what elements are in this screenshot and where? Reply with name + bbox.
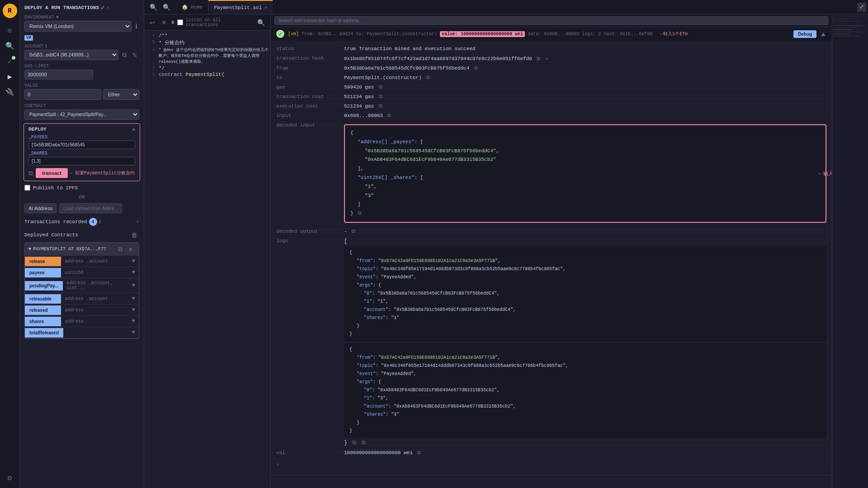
shares-param-input[interactable] [28, 157, 135, 165]
tab-close-icon[interactable]: ✕ [264, 5, 267, 10]
method-totalreleased: totalReleased ▼ [25, 327, 139, 338]
tx-search-input[interactable] [274, 16, 828, 25]
method-payees: payees uint256 ▼ [25, 267, 139, 278]
deploy-chevron-icon[interactable]: ▲ [132, 127, 135, 132]
payees-button[interactable]: payees [25, 268, 61, 277]
copy-hash-icon[interactable]: ⧉ [537, 56, 540, 61]
payees-param-input[interactable] [28, 141, 135, 149]
expand-icon[interactable]: › [106, 5, 109, 11]
shares-chevron-icon[interactable]: ▼ [128, 316, 139, 327]
nav-deploy-run[interactable]: ▶ [4, 70, 16, 83]
value-unit-select[interactable]: Ether Wei Gwei [103, 89, 139, 100]
environment-select[interactable]: Remix VM (London) [24, 21, 132, 32]
nav-file-explorer[interactable]: ⊙ [4, 24, 16, 37]
copy-decoded-input-icon[interactable]: ⧉ [358, 211, 362, 216]
copy-account-icon[interactable]: ⧉ [120, 50, 128, 60]
decoded-input-annotation: ← 输入两个受益人地址，份额为 1 和 3 [818, 170, 832, 177]
releasable-button[interactable]: releasable [25, 294, 61, 304]
tab-search-controls: 🔍 🔍 [144, 3, 176, 12]
copy-params-icon[interactable]: ⧉ [28, 169, 33, 177]
copy-logs-icon2[interactable]: ⧉ [362, 440, 366, 446]
release-chevron-icon[interactable]: ▼ [128, 256, 139, 267]
close-contract-icon[interactable]: ✕ [126, 245, 135, 254]
copy-to-icon[interactable]: ⧉ [426, 75, 430, 80]
tx-summary: [vm] from: 0x5B3...edd24 to: PaymentSpli… [288, 31, 790, 37]
tab-paymentsplit[interactable]: PaymentSplit.sol ✕ [208, 0, 273, 14]
tx-value-box: value: 1000000000000000000 wei [440, 31, 525, 37]
detail-tx-hash: transaction hash 0x1be86f851074fc9f7cf42… [276, 54, 826, 64]
listen-checkbox[interactable] [177, 19, 183, 25]
tab-paymentsplit-label: PaymentSplit.sol [214, 5, 262, 10]
pendingpay-chevron-icon[interactable]: ▼ [128, 280, 139, 291]
tx-recorded-info-icon[interactable]: ℹ [99, 219, 101, 225]
tx-clear-icon[interactable]: ✕ [160, 18, 169, 27]
copy-val-icon[interactable]: ⧉ [417, 450, 421, 455]
logs-container: [ { "from": "0xD7AC42a9FD159E698b102A1ca… [344, 238, 826, 446]
main-area: 🔍 🔍 🏠 Home PaymentSplit.sol ✕ ⤢ ↩ ✕ 0 li… [144, 0, 868, 488]
pendingpay-button[interactable]: pendingPay... [25, 281, 63, 291]
method-shares: shares address ▼ [25, 316, 139, 327]
search-left-icon[interactable]: 🔍 [148, 3, 159, 12]
copy-contract-icon[interactable]: ⧉ [116, 244, 124, 254]
debug-button[interactable]: Debug [793, 30, 816, 38]
environment-section: ENVIRONMENT ▼ Remix VM (London) ℹ [20, 13, 144, 33]
at-address-button[interactable]: At Address [24, 203, 57, 213]
nav-search[interactable]: 🔍 [4, 40, 16, 52]
account-info-icon[interactable]: ℹ [45, 43, 47, 49]
contract-section: CONTRACT PaymentSplit - 42_PaymentSplit/… [20, 102, 144, 122]
tx-undo-icon[interactable]: ↩ [148, 18, 157, 27]
payees-param-label: _PAYEES [28, 135, 135, 140]
value-amount-input[interactable] [24, 89, 101, 100]
released-chevron-icon[interactable]: ▼ [128, 305, 139, 315]
delete-deployed-icon[interactable]: 🗑 [129, 230, 139, 239]
copy-input-icon[interactable]: ⧉ [387, 113, 391, 118]
tx-search-icon[interactable]: 🔍 [255, 18, 267, 27]
releasable-chevron-icon[interactable]: ▼ [128, 293, 139, 304]
contract-select[interactable]: PaymentSplit - 42_PaymentSplit/Pay... [24, 109, 139, 120]
payees-chevron-icon[interactable]: ▼ [128, 267, 139, 278]
shares-type: address [61, 317, 128, 326]
detail-status: status true Transaction mined and execut… [276, 44, 826, 54]
nav-plugins[interactable]: 🔌 [4, 86, 16, 99]
load-contract-button[interactable]: Load contract from Addre... [59, 203, 122, 213]
env-info-icon[interactable]: ℹ [133, 22, 139, 31]
tx-bar: ↩ ✕ 0 listen on all transactions 🔍 [144, 14, 270, 31]
totalreleased-button[interactable]: totalReleased [25, 328, 63, 338]
nav-settings[interactable]: ⚙ [4, 472, 16, 484]
release-type: address _account [61, 257, 128, 266]
nav-compiler[interactable]: ✓ [4, 55, 16, 68]
copy-txcost-icon[interactable]: ⧉ [379, 94, 382, 99]
right-preview-panel [832, 14, 868, 488]
release-button[interactable]: release [25, 257, 61, 266]
copy-from-icon[interactable]: ⧉ [474, 66, 478, 71]
home-icon: 🏠 [182, 4, 188, 10]
check-icon: ✓ [101, 4, 104, 11]
totalreleased-chevron-icon[interactable]: ▼ [128, 327, 139, 338]
expand-tx-icon[interactable]: › [276, 458, 826, 471]
account-select[interactable]: 0x5B3...eddC4 (98.249999...) [24, 50, 118, 60]
tab-home[interactable]: 🏠 Home [176, 0, 208, 14]
listen-label: listen on all transactions [186, 18, 253, 28]
value-label: VALUE [24, 83, 139, 88]
copy-decoded-output-icon[interactable]: ⧉ [352, 229, 355, 234]
released-type: address [61, 305, 128, 315]
copy-execcost-icon[interactable]: ⧉ [379, 103, 382, 109]
gas-limit-input[interactable] [24, 70, 93, 80]
code-line-7: 7 */ [144, 65, 270, 71]
copy-logs-icon1[interactable]: ⧉ [352, 440, 356, 446]
external-hash-icon[interactable]: ↗ [545, 56, 548, 61]
shares-button[interactable]: shares [25, 317, 61, 326]
edit-account-icon[interactable]: ✎ [130, 51, 139, 60]
tx-recorded-badge: 4 [89, 218, 97, 226]
released-button[interactable]: released [25, 305, 61, 315]
contract-chevron-icon[interactable]: ▼ [28, 247, 31, 252]
publish-ipfs-checkbox[interactable] [24, 185, 30, 191]
search-right-icon[interactable]: 🔍 [161, 3, 172, 12]
environment-label: ENVIRONMENT ▼ [24, 15, 139, 20]
tx-collapse-icon[interactable]: ▲ [820, 30, 826, 38]
tx-recorded-expand-icon[interactable]: › [136, 219, 139, 225]
transact-button[interactable]: transact [36, 168, 68, 178]
at-address-row: At Address Load contract from Addre... [20, 202, 144, 215]
expand-panel-icon[interactable]: ⤢ [857, 3, 866, 12]
copy-gas-icon[interactable]: ⧉ [379, 84, 382, 90]
